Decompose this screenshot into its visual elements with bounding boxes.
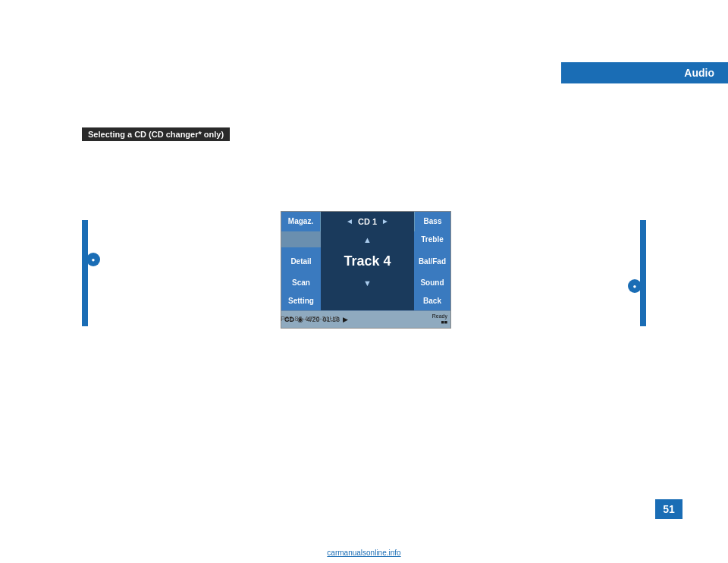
image-caption: P82.86-4172-31US bbox=[281, 315, 339, 322]
display-row-middle: Detail Track 4 Bal/Fad bbox=[281, 247, 450, 275]
back-button[interactable]: Back bbox=[414, 291, 450, 311]
display-row-setting: Setting Back bbox=[281, 291, 450, 311]
setting-button[interactable]: Setting bbox=[281, 291, 321, 311]
left-sidebar-bar bbox=[82, 220, 88, 326]
display-row-scan: Scan ▼ Sound bbox=[281, 275, 450, 291]
display-inner: Magaz. ◄ CD 1 ► Bass ▲ Treble Detail Tra… bbox=[281, 212, 450, 328]
scan-button[interactable]: Scan bbox=[281, 275, 321, 291]
bass-button[interactable]: Bass bbox=[414, 212, 450, 231]
audio-display-screen: Magaz. ◄ CD 1 ► Bass ▲ Treble Detail Tra… bbox=[281, 211, 451, 329]
display-row-second: ▲ Treble bbox=[281, 231, 450, 248]
right-sidebar-bar bbox=[640, 220, 646, 326]
status-play-icon: ▶ bbox=[343, 316, 348, 323]
arrow-up-icon: ▲ bbox=[363, 235, 372, 244]
arrow-up-area[interactable]: ▲ bbox=[321, 231, 414, 248]
header-bar: Audio bbox=[561, 62, 728, 83]
track-display: Track 4 bbox=[321, 247, 414, 275]
left-spacer bbox=[281, 231, 321, 248]
balfad-button[interactable]: Bal/Fad bbox=[414, 247, 450, 275]
watermark: carmanualsonline.info bbox=[327, 549, 400, 557]
magaz-button[interactable]: Magaz. bbox=[281, 212, 321, 231]
arrow-right-icon[interactable]: ► bbox=[381, 217, 389, 225]
center-empty bbox=[321, 291, 414, 311]
arrow-down-icon: ▼ bbox=[363, 278, 372, 288]
bullet-right: ● bbox=[628, 279, 642, 293]
treble-button[interactable]: Treble bbox=[414, 231, 450, 248]
arrow-left-icon[interactable]: ◄ bbox=[346, 217, 353, 225]
cd-label-area: ◄ CD 1 ► bbox=[321, 212, 414, 231]
sound-button[interactable]: Sound bbox=[414, 275, 450, 291]
section-heading: Selecting a CD (CD changer* only) bbox=[82, 127, 230, 141]
detail-button[interactable]: Detail bbox=[281, 247, 321, 275]
bullet-left: ● bbox=[86, 253, 100, 266]
page-number: 51 bbox=[655, 499, 682, 519]
cd-label: CD 1 bbox=[358, 217, 377, 226]
status-ready: Ready ■■ bbox=[432, 313, 447, 326]
arrow-down-area[interactable]: ▼ bbox=[321, 275, 414, 291]
display-row-top: Magaz. ◄ CD 1 ► Bass bbox=[281, 212, 450, 231]
header-title: Audio bbox=[684, 67, 714, 79]
